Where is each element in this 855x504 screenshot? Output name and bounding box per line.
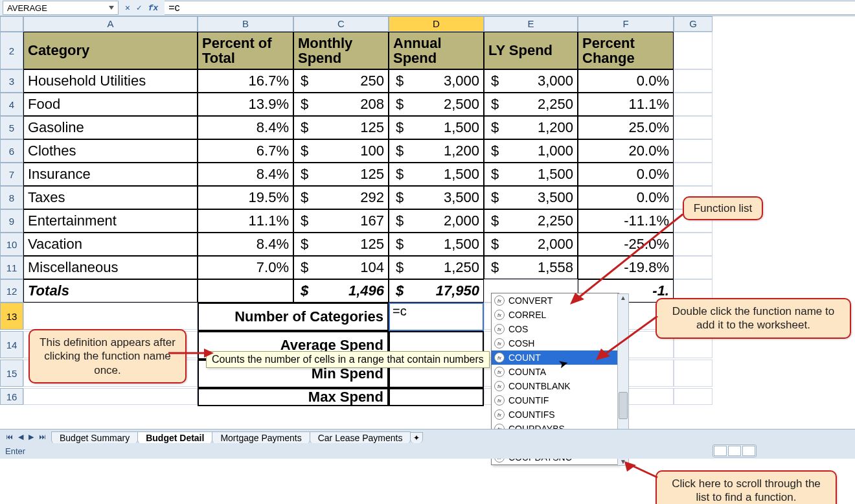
cell-G16[interactable] <box>674 388 712 405</box>
view-buttons[interactable] <box>712 444 757 457</box>
cell-A13[interactable] <box>23 303 198 330</box>
function-icon: fx <box>494 295 505 306</box>
row-header-9[interactable]: 9 <box>0 209 23 233</box>
formula-controls: ✕ ✓ fx <box>119 3 165 13</box>
autocomplete-item[interactable]: fxCOUNTBLANK <box>492 379 619 393</box>
header-B: Percent of Total <box>198 32 293 69</box>
col-header-A[interactable]: A <box>23 16 198 32</box>
enter-icon[interactable]: ✓ <box>137 3 142 13</box>
scroll-thumb[interactable] <box>619 392 628 419</box>
cell-chg: 20.0% <box>578 139 674 163</box>
cancel-icon[interactable]: ✕ <box>125 3 130 13</box>
name-box[interactable]: AVERAGE <box>3 1 119 15</box>
col-header-B[interactable]: B <box>198 16 293 32</box>
col-header-F[interactable]: F <box>578 16 674 32</box>
name-box-dropdown-icon[interactable] <box>109 6 114 10</box>
label-max-spend: Max Spend <box>198 388 389 406</box>
autocomplete-label: COUNTA <box>508 367 546 377</box>
autocomplete-label: COUNTIF <box>508 395 549 406</box>
autocomplete-item[interactable]: fxCOUNTIF <box>492 393 619 407</box>
autocomplete-item[interactable]: fxCOS <box>492 322 619 336</box>
cell-G2[interactable] <box>674 32 712 69</box>
row-header-3[interactable]: 3 <box>0 69 23 93</box>
view-layout-icon[interactable] <box>728 446 741 456</box>
col-header-G[interactable]: G <box>674 16 712 32</box>
cell-totals-label: Totals <box>23 279 198 303</box>
cell-G[interactable] <box>674 256 712 279</box>
view-break-icon[interactable] <box>742 446 755 456</box>
cell-monthly: $292 <box>293 186 389 209</box>
sheet-tab[interactable]: Mortgage Payments <box>212 431 310 444</box>
col-header-E[interactable]: E <box>484 16 578 32</box>
fx-icon[interactable]: fx <box>148 3 159 13</box>
header-A: Category <box>23 32 198 69</box>
cell-monthly: $250 <box>293 69 389 93</box>
autocomplete-item[interactable]: fxCOUNT <box>492 350 619 365</box>
tab-last-icon[interactable]: ⏭ <box>37 433 48 441</box>
function-icon: fx <box>494 409 505 420</box>
function-icon: fx <box>494 381 505 391</box>
cell-ly: $2,250 <box>484 93 578 116</box>
row-header-13[interactable]: 13 <box>0 303 23 330</box>
cell-pct: 8.4% <box>198 233 293 256</box>
col-header-D[interactable]: D <box>389 16 484 32</box>
scroll-down-icon[interactable]: ▼ <box>620 458 626 465</box>
cell-chg: -19.8% <box>578 256 674 279</box>
sheet-tab[interactable]: Car Lease Payments <box>310 431 411 444</box>
cell-G[interactable] <box>674 116 712 139</box>
formula-bar: AVERAGE ✕ ✓ fx <box>0 0 855 16</box>
autocomplete-item[interactable]: fxCORREL <box>492 308 619 322</box>
row-header-4[interactable]: 4 <box>0 93 23 116</box>
new-sheet-tab[interactable]: ✦ <box>410 432 423 443</box>
cell-pct: 8.4% <box>198 163 293 186</box>
cell-D16[interactable] <box>389 388 484 406</box>
active-cell-D13[interactable]: =c <box>389 303 484 331</box>
row-header-10[interactable]: 10 <box>0 233 23 256</box>
row-header-14[interactable]: 14 <box>0 331 23 358</box>
autocomplete-item[interactable]: fxCOUNTA <box>492 365 619 379</box>
status-bar: Enter <box>0 443 855 459</box>
callout-double-click: Double click the function name to add it… <box>656 298 851 339</box>
row-header-2[interactable]: 2 <box>0 32 23 69</box>
select-all-corner[interactable] <box>0 16 23 32</box>
autocomplete-item[interactable]: fxCOSH <box>492 336 619 350</box>
cell-A16[interactable] <box>23 388 198 405</box>
cell-G[interactable] <box>674 163 712 186</box>
row-header-16[interactable]: 16 <box>0 388 23 405</box>
label-num-categories: Number of Categories <box>198 303 389 331</box>
autocomplete-item[interactable]: fxCONVERT <box>492 293 619 308</box>
autocomplete-label: COUNTIFS <box>508 409 555 420</box>
row-header-8[interactable]: 8 <box>0 186 23 209</box>
row-header-11[interactable]: 11 <box>0 256 23 279</box>
tab-nav[interactable]: ⏮ ◀ ▶ ⏭ <box>0 433 52 441</box>
tab-first-icon[interactable]: ⏮ <box>4 433 15 441</box>
cell-category: Gasoline <box>23 116 198 139</box>
sheet-tab[interactable]: Budget Detail <box>137 431 212 444</box>
status-mode: Enter <box>5 446 25 456</box>
autocomplete-label: COS <box>508 324 528 334</box>
cell-G15[interactable] <box>674 360 712 387</box>
col-header-C[interactable]: C <box>293 16 389 32</box>
tab-prev-icon[interactable]: ◀ <box>16 433 25 441</box>
cell-G[interactable] <box>674 93 712 116</box>
cell-G[interactable] <box>674 69 712 93</box>
callout-scroll: Click here to scroll through the list to… <box>656 470 837 504</box>
row-header-6[interactable]: 6 <box>0 139 23 163</box>
cell-annual: $1,500 <box>389 233 484 256</box>
sheet-tab[interactable]: Budget Summary <box>51 431 138 444</box>
tab-next-icon[interactable]: ▶ <box>27 433 36 441</box>
row-header-7[interactable]: 7 <box>0 163 23 186</box>
cell-chg: 11.1% <box>578 93 674 116</box>
autocomplete-item[interactable]: fxCOUNTIFS <box>492 407 619 422</box>
row-header-12[interactable]: 12 <box>0 279 23 303</box>
cell-monthly: $125 <box>293 233 389 256</box>
row-header-15[interactable]: 15 <box>0 360 23 387</box>
scroll-up-icon[interactable]: ▲ <box>620 294 626 301</box>
header-D: Annual Spend <box>389 32 484 69</box>
cell-G[interactable] <box>674 233 712 256</box>
row-header-5[interactable]: 5 <box>0 116 23 139</box>
view-normal-icon[interactable] <box>714 446 727 456</box>
cell-G[interactable] <box>674 139 712 163</box>
formula-input[interactable] <box>165 1 855 15</box>
function-icon: fx <box>494 367 505 377</box>
